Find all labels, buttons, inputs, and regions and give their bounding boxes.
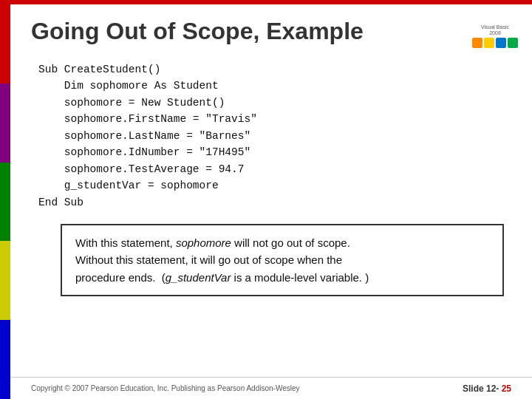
callout-italic-gstudentvar: g_studentVar xyxy=(166,271,231,284)
footer: Copyright © 2007 Pearson Education, Inc.… xyxy=(10,377,532,399)
code-line-7: sophomore.TestAverage = 94.7 xyxy=(38,161,511,177)
code-line-2: Dim sophomore As Student xyxy=(38,78,511,94)
callout-line2: Without this statement, it will go out o… xyxy=(75,253,342,266)
logo-block-4 xyxy=(508,38,518,48)
callout-box: With this statement, sophomore will not … xyxy=(61,224,504,296)
main-content: Visual Basic 2008 Going Out of Scope, Ex… xyxy=(10,4,532,399)
logo-blocks xyxy=(472,38,518,48)
left-bar-purple xyxy=(0,83,10,163)
code-line-6: sophomore.IdNumber = "17H495" xyxy=(38,144,511,160)
footer-slide-number: 25 xyxy=(502,383,511,394)
left-bar-green xyxy=(0,163,10,242)
code-line-9: End Sub xyxy=(38,194,511,211)
logo-block-2 xyxy=(484,38,494,48)
logo-text: Visual Basic 2008 xyxy=(481,24,509,37)
left-bar-yellow xyxy=(0,241,10,320)
code-line-5: sophomore.LastName = "Barnes" xyxy=(38,128,511,144)
callout-line1: With this statement, sophomore will not … xyxy=(75,236,350,249)
left-bar-blue xyxy=(0,320,10,399)
code-line-3: sophomore = New Student() xyxy=(38,95,511,111)
code-block: Sub CreateStudent() Dim sophomore As Stu… xyxy=(38,61,511,211)
footer-slide: Slide 12- 25 xyxy=(463,383,511,394)
logo-line1: Visual Basic xyxy=(481,24,509,30)
code-line-1: Sub CreateStudent() xyxy=(38,61,511,78)
left-color-bars xyxy=(0,4,10,399)
logo-block-1 xyxy=(472,38,482,48)
callout-italic-sophomore: sophomore xyxy=(176,236,231,249)
logo-block-3 xyxy=(496,38,506,48)
code-line-4: sophomore.FirstName = "Travis" xyxy=(38,111,511,127)
logo-area: Visual Basic 2008 xyxy=(466,10,525,62)
code-line-8: g_studentVar = sophomore xyxy=(38,177,511,194)
logo-line2: 2008 xyxy=(489,30,501,35)
footer-copyright: Copyright © 2007 Pearson Education, Inc.… xyxy=(31,384,300,392)
page-title: Going Out of Scope, Example xyxy=(31,18,511,45)
callout-line3: procedure ends. (g_studentVar is a modul… xyxy=(75,271,369,284)
left-bar-red xyxy=(0,4,10,83)
footer-slide-prefix: Slide 12- xyxy=(463,383,502,394)
